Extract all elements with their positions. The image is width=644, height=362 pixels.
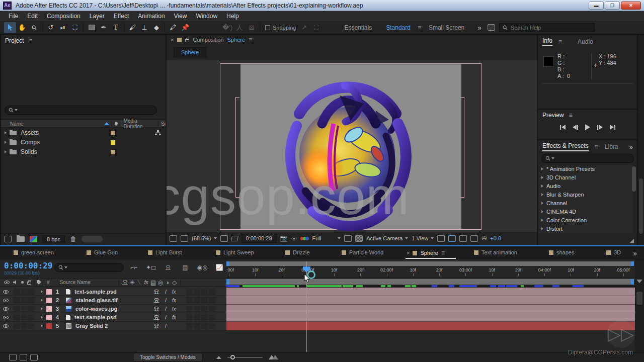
label-chip[interactable] [111,150,115,154]
workspace-standard[interactable]: Standard [379,24,418,31]
timeline-current-time[interactable]: 0:00:00:29 [4,261,52,270]
shape-tool-icon[interactable] [86,22,98,33]
timeline-tab-green-screen[interactable]: green-screen [14,249,54,255]
layer-expand-arrow[interactable] [41,316,43,319]
graph-editor-icon[interactable]: 📈 [214,263,225,272]
scroll-thumb[interactable] [636,292,642,305]
quality-toggle[interactable]: / [165,297,167,303]
panel-close-icon[interactable]: × [171,37,174,43]
timeline-tab-particle-world[interactable]: Particle World [342,249,383,255]
layer-visibility-icon[interactable] [3,299,9,302]
brush-tool-icon[interactable]: 🖌 [126,22,138,33]
selection-tool-icon[interactable] [4,22,16,33]
layer-visibility-icon[interactable] [3,307,9,311]
play-button[interactable] [585,124,590,130]
hand-tool-icon[interactable]: ✋ [16,22,28,33]
label-column-icon[interactable] [37,280,41,285]
workspace-menu-icon[interactable]: ≡ [418,24,422,31]
motion-blur-icon[interactable]: ◉◎ [197,263,208,272]
effects-category[interactable]: Distort [538,225,633,233]
pan-behind-tool-icon[interactable]: ⛶ [69,22,81,33]
minimize-button[interactable]: ▬ [589,2,604,10]
effects-category[interactable]: Color Correction [538,216,633,225]
snapping-checkbox[interactable] [265,25,270,30]
menu-window[interactable]: Window [191,13,222,20]
layer-visibility-icon[interactable] [3,324,9,328]
layer-name[interactable]: stained-glass.tif [75,297,118,303]
pen-tool-icon[interactable]: ✒ [98,22,110,33]
work-area-bar[interactable] [226,279,634,285]
effects-category[interactable]: CINEMA 4D [538,208,633,216]
workspace-essentials[interactable]: Essentials [338,24,379,31]
expand-arrow-icon[interactable] [5,131,7,134]
label-chip[interactable] [111,131,115,135]
timeline-tab-shapes[interactable]: shapes [549,249,574,255]
rotation-tool-icon[interactable]: ↺ [45,22,57,33]
menu-effect[interactable]: Effect [109,13,133,20]
navigator-start-handle[interactable] [226,261,229,266]
effects-presets-tab[interactable]: Effects & Presets [542,142,589,151]
bit-depth-button[interactable]: 8 bpc [42,235,65,243]
project-row-comps[interactable]: Comps [1,138,166,147]
timeline-search-box[interactable] [54,263,124,272]
fx-toggle[interactable]: fx [172,306,176,312]
zoom-slider-knob[interactable] [230,355,235,359]
timeline-zoom-slider[interactable] [227,357,263,358]
layer-track-2[interactable] [226,296,635,305]
search-help-input[interactable] [511,25,586,31]
menu-layer[interactable]: Layer [85,13,109,20]
3d-layer-switch-icon[interactable]: ◇ [171,278,178,287]
work-area-start-handle[interactable] [226,279,229,285]
expand-arrow-icon[interactable] [5,150,7,153]
layer-visibility-icon[interactable] [3,316,9,319]
timeline-button-icon[interactable] [459,235,467,242]
camera-dropdown[interactable]: Active Camera [366,235,408,241]
project-row-assets[interactable]: Assets [1,128,166,138]
expand-in-out-icon[interactable] [30,354,38,360]
layer-row-3[interactable]: 3 color-waves.jpg 요 / fx [0,305,226,313]
shy-toggle-icon[interactable]: 요 [151,287,162,296]
timeline-tab-sphere[interactable]: × Sphere ≡ [407,249,445,256]
effects-category[interactable]: Audio [538,182,633,191]
expand-layer-switches-icon[interactable] [9,354,17,360]
scroll-down-arrow-icon[interactable] [636,280,642,283]
toggle-switches-modes-button[interactable]: Toggle Switches / Modes [133,353,202,361]
layer-visibility-icon[interactable] [3,290,9,294]
roto-brush-tool-icon[interactable]: 🖍 [167,22,179,33]
layer-track-4[interactable] [226,313,635,322]
resolution-dropdown[interactable]: Full [312,235,341,241]
always-preview-icon[interactable] [170,235,177,242]
panel-corner-grip-icon[interactable]: ◢ [630,237,634,244]
layer-label-chip[interactable] [46,306,52,312]
layer-row-1[interactable]: 1 text-sample.psd 요 / fx [0,288,226,296]
preview-tab[interactable]: Preview [542,112,564,119]
label-chip[interactable] [111,140,115,145]
composition-viewport[interactable]: cgsop.com [167,60,537,232]
layer-label-chip[interactable] [46,298,52,303]
audio-tab[interactable]: Audio [578,38,593,45]
draft-3d-icon[interactable]: ✦◻ [145,263,156,272]
work-area-end-handle[interactable] [631,279,634,285]
puppet-pin-tool-icon[interactable]: 📌 [179,22,191,33]
workspace-small-screen[interactable]: Small Screen [422,24,471,31]
menu-view[interactable]: View [170,13,192,20]
menu-file[interactable]: File [4,13,23,20]
column-media-duration[interactable]: Media Duration [124,118,151,129]
info-panel-menu-icon[interactable]: ≡ [558,38,562,45]
workspace-overflow-chevron[interactable]: » [471,24,488,32]
frame-blend-switch-icon[interactable]: ▤ [150,278,157,287]
exposure-reset-icon[interactable]: ✇ [481,235,487,242]
composition-panel-tab[interactable]: Composition [193,37,223,43]
fx-toggle[interactable]: fx [172,298,176,303]
layer-expand-arrow[interactable] [41,299,43,302]
effects-switch-icon[interactable]: fx [143,280,150,285]
video-column-icon[interactable] [4,281,10,284]
zoom-out-icon[interactable] [216,356,221,359]
zoom-tool-icon[interactable] [28,22,40,33]
time-ruler[interactable]: 0:00f10f 20f01:00f 10f20f 02:00f10f 20f0… [226,266,635,278]
camera-tool-icon[interactable]: ⏯ [57,22,69,33]
column-size[interactable]: Si [161,121,166,127]
quality-toggle[interactable]: / [165,314,167,320]
world-axis-mode-icon[interactable]: 人 [233,22,246,33]
layer-expand-arrow[interactable] [41,290,43,293]
